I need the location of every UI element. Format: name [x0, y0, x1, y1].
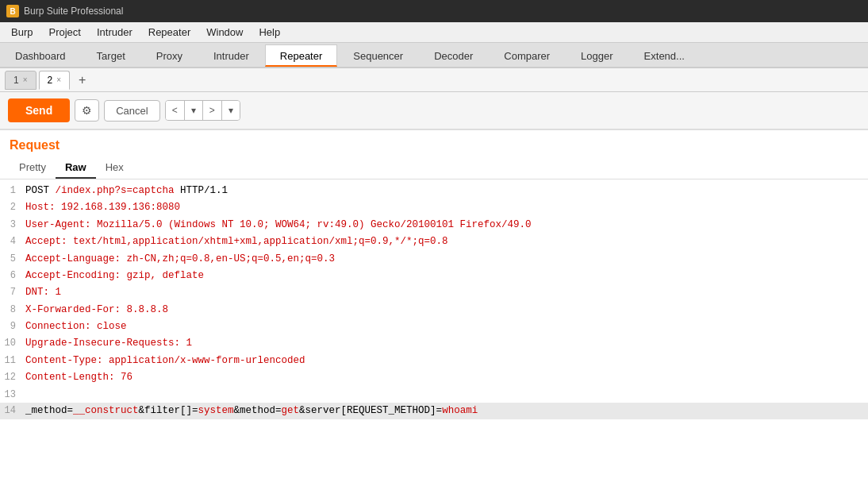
tab-target[interactable]: Target: [82, 44, 140, 67]
code-line: 12Content-Length: 76: [0, 369, 868, 386]
close-tab-2-icon[interactable]: ×: [56, 75, 61, 84]
app-icon: B: [6, 5, 19, 17]
code-line: 14_method=__construct&filter[]=system&me…: [0, 403, 868, 419]
line-number: 8: [0, 303, 22, 318]
menu-project[interactable]: Project: [40, 24, 88, 41]
close-tab-1-icon[interactable]: ×: [23, 75, 28, 84]
tab-logger[interactable]: Logger: [566, 44, 628, 67]
menu-intruder[interactable]: Intruder: [89, 24, 140, 41]
code-line: 9Connection: close: [0, 318, 868, 335]
tab-proxy[interactable]: Proxy: [141, 44, 198, 67]
repeater-tab-1[interactable]: 1 ×: [5, 71, 36, 90]
code-line: 2Host: 192.168.139.136:8080: [0, 199, 868, 216]
code-line: 4Accept: text/html,application/xhtml+xml…: [0, 233, 868, 250]
code-line: 10Upgrade-Insecure-Requests: 1: [0, 335, 868, 352]
line-number: 12: [0, 370, 22, 385]
tab-decoder[interactable]: Decoder: [419, 44, 488, 67]
line-number: 14: [0, 403, 22, 419]
tab-sequencer[interactable]: Sequencer: [338, 44, 418, 67]
code-area[interactable]: 1POST /index.php?s=captcha HTTP/1.12Host…: [0, 179, 868, 423]
line-number: 13: [0, 388, 22, 403]
menu-burp[interactable]: Burp: [3, 24, 40, 41]
line-content: Accept-Language: zh-CN,zh;q=0.8,en-US;q=…: [22, 252, 868, 267]
line-content: Host: 192.168.139.136:8080: [22, 200, 868, 215]
menu-window[interactable]: Window: [198, 24, 251, 41]
tab-intruder[interactable]: Intruder: [198, 44, 264, 67]
menu-help[interactable]: Help: [251, 24, 288, 41]
menu-repeater[interactable]: Repeater: [140, 24, 198, 41]
main-content: Request Pretty Raw Hex 1POST /index.php?…: [0, 129, 868, 494]
request-subtabs: Pretty Raw Hex: [0, 157, 868, 179]
line-content: Accept-Encoding: gzip, deflate: [22, 268, 868, 284]
send-button[interactable]: Send: [8, 98, 70, 122]
nav-group: < ▾ > ▾: [165, 100, 240, 121]
toolbar: Send ⚙ Cancel < ▾ > ▾: [0, 92, 868, 129]
code-line: 7DNT: 1: [0, 284, 868, 301]
repeater-tabs: 1 × 2 × +: [0, 68, 868, 92]
code-line: 13: [0, 387, 868, 403]
next-drop-button[interactable]: ▾: [222, 101, 240, 120]
tab-extend[interactable]: Extend...: [629, 44, 700, 67]
settings-button[interactable]: ⚙: [75, 99, 99, 122]
cancel-button[interactable]: Cancel: [104, 100, 159, 122]
subtab-hex[interactable]: Hex: [96, 157, 133, 179]
request-section: Request Pretty Raw Hex 1POST /index.php?…: [0, 130, 868, 494]
line-number: 2: [0, 200, 22, 215]
main-tabs: Dashboard Target Proxy Intruder Repeater…: [0, 43, 868, 68]
line-number: 11: [0, 353, 22, 369]
line-content: _method=__construct&filter[]=system&meth…: [22, 403, 868, 419]
line-content: X-Forwarded-For: 8.8.8.8: [22, 303, 868, 318]
line-content: DNT: 1: [22, 285, 868, 300]
line-number: 1: [0, 183, 22, 199]
line-number: 3: [0, 218, 22, 233]
line-content: Accept: text/html,application/xhtml+xml,…: [22, 234, 868, 249]
line-content: POST /index.php?s=captcha HTTP/1.1: [22, 183, 868, 199]
line-number: 5: [0, 252, 22, 267]
prev-drop-button[interactable]: ▾: [185, 101, 203, 120]
subtab-pretty[interactable]: Pretty: [10, 157, 56, 179]
title-bar-text: Burp Suite Professional: [24, 6, 123, 17]
title-bar: B Burp Suite Professional: [0, 0, 868, 22]
line-content: Connection: close: [22, 319, 868, 334]
next-button[interactable]: >: [203, 101, 222, 120]
line-number: 7: [0, 285, 22, 300]
code-line: 3User-Agent: Mozilla/5.0 (Windows NT 10.…: [0, 217, 868, 233]
menu-bar: Burp Project Intruder Repeater Window He…: [0, 22, 868, 43]
repeater-tab-2[interactable]: 2 ×: [39, 71, 71, 90]
line-number: 6: [0, 268, 22, 284]
code-line: 1POST /index.php?s=captcha HTTP/1.1: [0, 183, 868, 199]
code-line: 8X-Forwarded-For: 8.8.8.8: [0, 302, 868, 318]
add-tab-button[interactable]: +: [72, 70, 92, 91]
line-number: 10: [0, 336, 22, 351]
line-content: Upgrade-Insecure-Requests: 1: [22, 336, 868, 351]
line-content: User-Agent: Mozilla/5.0 (Windows NT 10.0…: [22, 218, 868, 233]
line-number: 4: [0, 234, 22, 249]
line-content: Content-Length: 76: [22, 370, 868, 385]
line-content: Content-Type: application/x-www-form-url…: [22, 353, 868, 369]
code-line: 5Accept-Language: zh-CN,zh;q=0.8,en-US;q…: [0, 251, 868, 268]
code-line: 11Content-Type: application/x-www-form-u…: [0, 353, 868, 369]
tab-dashboard[interactable]: Dashboard: [0, 44, 81, 67]
tab-repeater[interactable]: Repeater: [265, 44, 337, 67]
code-line: 6Accept-Encoding: gzip, deflate: [0, 268, 868, 284]
subtab-raw[interactable]: Raw: [56, 157, 96, 179]
line-number: 9: [0, 319, 22, 334]
request-title: Request: [0, 130, 868, 157]
tab-comparer[interactable]: Comparer: [489, 44, 565, 67]
prev-button[interactable]: <: [166, 101, 185, 120]
